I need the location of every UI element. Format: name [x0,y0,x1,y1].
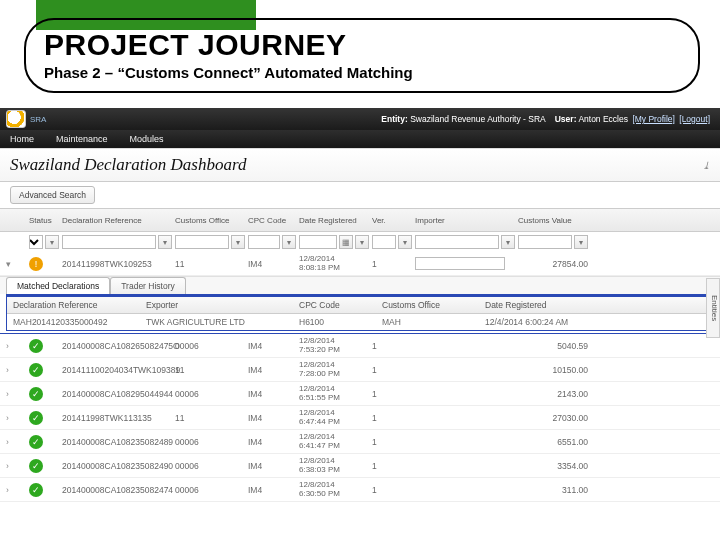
col-cpc[interactable]: CPC Code [248,216,296,225]
cell-cpc: IM4 [248,413,296,423]
cell-office: 11 [175,365,245,375]
filter-icon[interactable]: ▾ [231,235,245,249]
dashboard-title: Swaziland Declaration Dashboard [10,155,246,175]
status-ok-icon: ✓ [29,387,43,401]
my-profile-link[interactable]: [My Profile] [632,114,675,124]
cell-ver: 1 [372,341,412,351]
col-status[interactable]: Status [29,216,59,225]
expand-icon[interactable]: › [6,461,26,471]
cell-office: 00006 [175,461,245,471]
expand-icon[interactable]: › [6,389,26,399]
tab-trader-history[interactable]: Trader History [110,277,186,294]
filter-icon[interactable]: ▾ [501,235,515,249]
filter-status[interactable] [29,235,43,249]
cell-declref: 201400008CA108295044944 [62,389,172,399]
cell-declref: 201411100204034TWK109389 [62,365,172,375]
cell-value: 6551.00 [518,437,588,447]
entity-value: Swaziland Revenue Authority - SRA [410,114,545,124]
filter-icon[interactable]: ▾ [282,235,296,249]
filter-icon[interactable]: ▾ [574,235,588,249]
filter-office[interactable] [175,235,229,249]
cell-value: 27030.00 [518,413,588,423]
cell-office: 00006 [175,485,245,495]
importer-input[interactable] [415,257,505,270]
calendar-icon[interactable]: ▦ [339,235,353,249]
table-row[interactable]: ›✓201411100204034TWK10938911IM412/8/2014… [0,358,720,382]
side-tab-entities[interactable]: Entities [706,278,720,338]
detail-header: Declaration Reference Exporter CPC Code … [7,297,713,314]
filter-cpc[interactable] [248,235,280,249]
cell-cpc: IM4 [248,365,296,375]
col-importer[interactable]: Importer [415,216,515,225]
status-ok-icon: ✓ [29,435,43,449]
table-row[interactable]: ›✓201400008CA108265082475O00006IM412/8/2… [0,334,720,358]
cell-office: 00006 [175,341,245,351]
col-date[interactable]: Date Registered [299,216,369,225]
menubar: Home Maintenance Modules [0,130,720,148]
expand-icon[interactable]: › [6,365,26,375]
topbar: SRA Entity: Swaziland Revenue Authority … [0,108,720,130]
toolbar: Advanced Search [0,182,720,208]
col-office[interactable]: Customs Office [175,216,245,225]
dcol-exporter[interactable]: Exporter [146,300,296,310]
filter-value[interactable] [518,235,572,249]
brand-abbr: SRA [30,115,46,124]
cell-date: 12/8/20146:47:44 PM [299,409,369,426]
cell-date: 12/8/20146:51:55 PM [299,385,369,402]
table-row[interactable]: ›✓201411998TWK11313511IM412/8/20146:47:4… [0,406,720,430]
expand-icon[interactable]: › [6,485,26,495]
cell-declref: 201400008CA108235082474 [62,485,172,495]
cell-ver: 1 [372,259,412,269]
filter-icon[interactable]: ▾ [398,235,412,249]
table-row[interactable]: ›✓201400008CA10823508247400006IM412/8/20… [0,478,720,502]
filter-icon[interactable]: ▾ [45,235,59,249]
menu-modules[interactable]: Modules [130,134,164,144]
status-ok-icon: ✓ [29,339,43,353]
status-ok-icon: ✓ [29,459,43,473]
collapse-icon[interactable]: ▾ [6,259,26,269]
expand-icon[interactable]: › [6,437,26,447]
cell-value: 27854.00 [518,259,588,269]
detail-row[interactable]: MAH2014120335000492 TWK AGRICULTURE LTD … [7,314,713,330]
filter-declref[interactable] [62,235,156,249]
dcol-declref[interactable]: Declaration Reference [13,300,143,310]
dcell-date: 12/4/2014 6:00:24 AM [485,317,585,327]
filter-ver[interactable] [372,235,396,249]
cell-value: 3354.00 [518,461,588,471]
filter-date[interactable] [299,235,337,249]
cell-date: 12/8/20148:08:18 PM [299,255,369,272]
cell-office: 00006 [175,437,245,447]
advanced-search-button[interactable]: Advanced Search [10,186,95,204]
filter-icon[interactable]: ▾ [355,235,369,249]
col-ver[interactable]: Ver. [372,216,412,225]
cell-ver: 1 [372,389,412,399]
tab-matched-declarations[interactable]: Matched Declarations [6,277,110,294]
table-row[interactable]: ▾ ! 201411998TWK109253 11 IM4 12/8/20148… [0,252,720,276]
table-row[interactable]: ›✓201400008CA10829504494400006IM412/8/20… [0,382,720,406]
export-icon[interactable]: ⤓ [702,160,710,171]
filter-icon[interactable]: ▾ [158,235,172,249]
cell-cpc: IM4 [248,437,296,447]
expand-icon[interactable]: › [6,413,26,423]
filter-importer[interactable] [415,235,499,249]
entity-label: Entity: [381,114,407,124]
menu-maintenance[interactable]: Maintenance [56,134,108,144]
cell-value: 5040.59 [518,341,588,351]
table-row[interactable]: ›✓201400008CA10823508248900006IM412/8/20… [0,430,720,454]
slide-title: PROJECT JOURNEY [44,28,680,62]
detail-pane: Declaration Reference Exporter CPC Code … [6,294,714,331]
dcol-office[interactable]: Customs Office [382,300,482,310]
cell-office: 11 [175,413,245,423]
cell-declref: 201400008CA108235082490 [62,461,172,471]
expand-icon[interactable]: › [6,341,26,351]
cell-declref: 201411998TWK113135 [62,413,172,423]
menu-home[interactable]: Home [10,134,34,144]
cell-date: 12/8/20147:53:20 PM [299,337,369,354]
table-row[interactable]: ›✓201400008CA10823508249000006IM412/8/20… [0,454,720,478]
cell-value: 10150.00 [518,365,588,375]
col-declref[interactable]: Declaration Reference [62,216,172,225]
dcol-cpc[interactable]: CPC Code [299,300,379,310]
col-value[interactable]: Customs Value [518,216,588,225]
dcol-date[interactable]: Date Registered [485,300,585,310]
logout-link[interactable]: [Logout] [679,114,710,124]
